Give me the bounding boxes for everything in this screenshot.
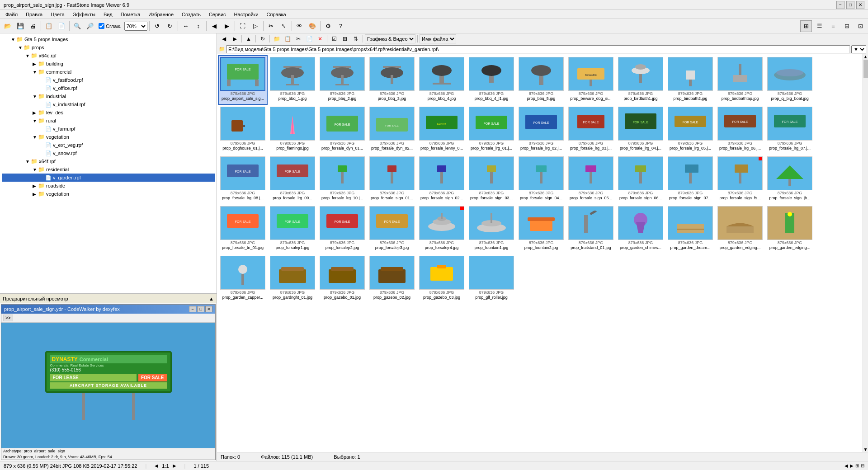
- image-item-10[interactable]: 879x636 JPGprop_birdbathtap.jpg: [715, 55, 765, 105]
- view-select[interactable]: Графика & Видео: [365, 34, 415, 43]
- menu-view[interactable]: Вид: [100, 11, 116, 18]
- tree-item-props[interactable]: ▼ 📁 props: [2, 43, 215, 52]
- tree-item-vfarm[interactable]: 📄 v_farm.rpf: [2, 125, 215, 133]
- image-item-40[interactable]: 879x636 JPGprop_forsalejr4.jpg: [417, 204, 467, 254]
- image-item-52[interactable]: 879x636 JPGprop_gazebo_03.jpg: [417, 254, 467, 304]
- image-item-13[interactable]: 879x636 JPGprop_flamingo.jpg: [268, 105, 317, 155]
- zoom-in-button[interactable]: 🔍: [71, 20, 83, 32]
- menu-service[interactable]: Сервис: [205, 11, 230, 18]
- cut-file-button[interactable]: ✂: [293, 34, 303, 43]
- image-item-26[interactable]: 879x636 JPGprop_forsale_lrg_10.j...: [317, 155, 367, 204]
- menu-settings[interactable]: Настройки: [231, 11, 262, 18]
- viewer-nav-left[interactable]: ◀: [155, 463, 158, 468]
- image-item-11[interactable]: 879x636 JPGprop_cj_big_boat.jpg: [765, 55, 815, 105]
- menu-file[interactable]: Файл: [2, 11, 21, 18]
- tree-item-voffice[interactable]: 📄 v_office.rpf: [2, 84, 215, 92]
- tree-item-x64c[interactable]: ▼ 📁 x64c.rpf: [2, 52, 215, 60]
- image-item-20[interactable]: FOR SALE879x636 JPGprop_forsale_lrg_04.j…: [616, 105, 665, 155]
- tree-item-vsnow[interactable]: 📄 v_snow.rpf: [2, 149, 215, 157]
- viewer-nav-right[interactable]: ▶: [173, 463, 176, 468]
- preview-collapse-icon[interactable]: ▲: [209, 296, 214, 301]
- menu-edit[interactable]: Правка: [22, 11, 46, 18]
- image-item-3[interactable]: 879x636 JPGprop_bbq_3.jpg: [367, 55, 417, 105]
- open-button[interactable]: 📂: [2, 20, 14, 32]
- codewalker-maximize[interactable]: □: [197, 306, 204, 312]
- image-item-8[interactable]: 879x636 JPGprop_birdbath1.jpg: [616, 55, 665, 105]
- save-button[interactable]: 💾: [14, 20, 26, 32]
- image-item-29[interactable]: 879x636 JPGprop_forsale_sign_03...: [467, 155, 516, 204]
- red-eye-button[interactable]: 👁: [294, 20, 306, 32]
- image-item-22[interactable]: FOR SALE879x636 JPGprop_forsale_lrg_06.j…: [715, 105, 765, 155]
- image-item-43[interactable]: 879x636 JPGprop_fruitstand_01.jpg: [566, 204, 616, 254]
- expand-panel-button[interactable]: ⊡: [854, 20, 866, 32]
- scroll-up[interactable]: ▲: [863, 54, 868, 59]
- tree-item-industrial[interactable]: ▼ 📁 industrial: [2, 92, 215, 100]
- image-item-31[interactable]: 879x636 JPGprop_forsale_sign_05...: [566, 155, 616, 204]
- tree-item-residential[interactable]: ▼ 📁 residential: [2, 165, 215, 174]
- menu-favorites[interactable]: Избранное: [145, 11, 177, 18]
- image-item-47[interactable]: 879x636 JPGprop_garden_edging...: [765, 204, 815, 254]
- image-item-37[interactable]: FOR SALE879x636 JPGprop_forsalejr1.jpg: [268, 204, 317, 254]
- tree-item-roadside[interactable]: ▶ 📁 roadside: [2, 182, 215, 190]
- forward-button[interactable]: ▶: [230, 34, 240, 43]
- resize-button[interactable]: ⤡: [278, 20, 290, 32]
- delete-file-button[interactable]: ✕: [315, 34, 325, 43]
- close-button[interactable]: ✕: [856, 1, 864, 9]
- sort-button[interactable]: ⇅: [351, 34, 361, 43]
- help-button[interactable]: ?: [335, 20, 347, 32]
- image-item-33[interactable]: 879x636 JPGprop_forsale_sign_07...: [665, 155, 715, 204]
- tree-item-commercial[interactable]: ▼ 📁 commercial: [2, 68, 215, 76]
- image-item-0[interactable]: FOR SALE879x636 JPGprop_airport_sale_sig…: [218, 55, 268, 105]
- zoom-expand-btn[interactable]: ⊞: [855, 463, 859, 468]
- new-folder-button[interactable]: 📁: [272, 34, 282, 43]
- refresh-button[interactable]: ↻: [258, 34, 268, 43]
- image-item-21[interactable]: FOR SALE879x636 JPGprop_forsale_lrg_05.j…: [665, 105, 715, 155]
- tree-item-rural[interactable]: ▼ 📁 rural: [2, 117, 215, 125]
- paste-file-button[interactable]: 📄: [304, 34, 314, 43]
- fullscreen-button[interactable]: ⛶: [237, 20, 249, 32]
- smooth-checkbox[interactable]: [99, 23, 104, 29]
- tree-item-vindustrial[interactable]: 📄 v_industrial.rpf: [2, 100, 215, 108]
- tree-item-vfastfood[interactable]: 📄 v_fastfood.rpf: [2, 76, 215, 84]
- color-button[interactable]: 🎨: [307, 20, 318, 32]
- image-item-18[interactable]: FOR SALE879x636 JPGprop_forsale_lrg_02.j…: [516, 105, 566, 155]
- image-item-28[interactable]: 879x636 JPGprop_forsale_sign_02...: [417, 155, 467, 204]
- image-item-16[interactable]: LENNY879x636 JPGprop_forsale_lenny_0...: [417, 105, 467, 155]
- sort-select[interactable]: Имя файла: [420, 34, 456, 43]
- image-item-23[interactable]: FOR SALE879x636 JPGprop_forsale_lrg_07.j…: [765, 105, 815, 155]
- image-item-50[interactable]: 879x636 JPGprop_gazebo_01.jpg: [317, 254, 367, 304]
- tree-item-vextveg[interactable]: 📄 v_ext_veg.rpf: [2, 141, 215, 149]
- tree-item-vgarden[interactable]: 📄 v_garden.rpf: [2, 174, 215, 182]
- image-item-5[interactable]: 879x636 JPGprop_bbq_4_l1.jpg: [467, 55, 516, 105]
- prev-button[interactable]: ◀: [208, 20, 220, 32]
- menu-mark[interactable]: Пометка: [117, 11, 144, 18]
- minimize-button[interactable]: −: [836, 1, 844, 9]
- menu-effects[interactable]: Эффекты: [69, 11, 99, 18]
- settings-button[interactable]: ⚙: [322, 20, 334, 32]
- image-item-25[interactable]: FOR SALE879x636 JPGprop_forsale_lrg_09..…: [268, 155, 317, 204]
- view-detail-button[interactable]: ≡: [827, 20, 839, 32]
- up-button[interactable]: ▲: [244, 34, 254, 43]
- menu-create[interactable]: Создать: [178, 11, 204, 18]
- copy-button[interactable]: 📋: [43, 20, 55, 32]
- scroll-thumb[interactable]: [863, 60, 868, 78]
- image-item-39[interactable]: FOR SALE879x636 JPGprop_forsalejr3.jpg: [367, 204, 417, 254]
- scrollbar-vertical[interactable]: ▲ ▼: [863, 54, 868, 452]
- image-item-35[interactable]: 879x636 JPGprop_forsale_sign_jb...: [765, 155, 815, 204]
- image-item-45[interactable]: 879x636 JPGprop_garden_dream...: [665, 204, 715, 254]
- maximize-button[interactable]: □: [846, 1, 854, 9]
- view-thumbs-button[interactable]: ⊞: [800, 20, 812, 32]
- path-dropdown[interactable]: ▼: [851, 45, 866, 53]
- image-item-46[interactable]: 879x636 JPGprop_garden_edging...: [715, 204, 765, 254]
- image-item-48[interactable]: 879x636 JPGprop_garden_zapper...: [218, 254, 268, 304]
- image-item-34[interactable]: 879x636 JPGprop_forsale_sign_fs...: [715, 155, 765, 204]
- zoom-select[interactable]: 70% 100% 50%: [124, 22, 147, 31]
- zoom-shrink-btn[interactable]: ⊟: [861, 463, 864, 468]
- image-item-36[interactable]: FOR SALE879x636 JPGprop_forsale_tri_01.j…: [218, 204, 268, 254]
- rotate-right-button[interactable]: ↻: [164, 20, 176, 32]
- smooth-check[interactable]: Сглаж.: [97, 23, 123, 29]
- image-item-44[interactable]: 879x636 JPGprop_garden_chimes...: [616, 204, 665, 254]
- image-item-42[interactable]: 879x636 JPGprop_fountain2.jpg: [516, 204, 566, 254]
- image-item-6[interactable]: 879x636 JPGprop_bbq_5.jpg: [516, 55, 566, 105]
- tree-item-levdes[interactable]: ▶ 📁 lev_des: [2, 108, 215, 117]
